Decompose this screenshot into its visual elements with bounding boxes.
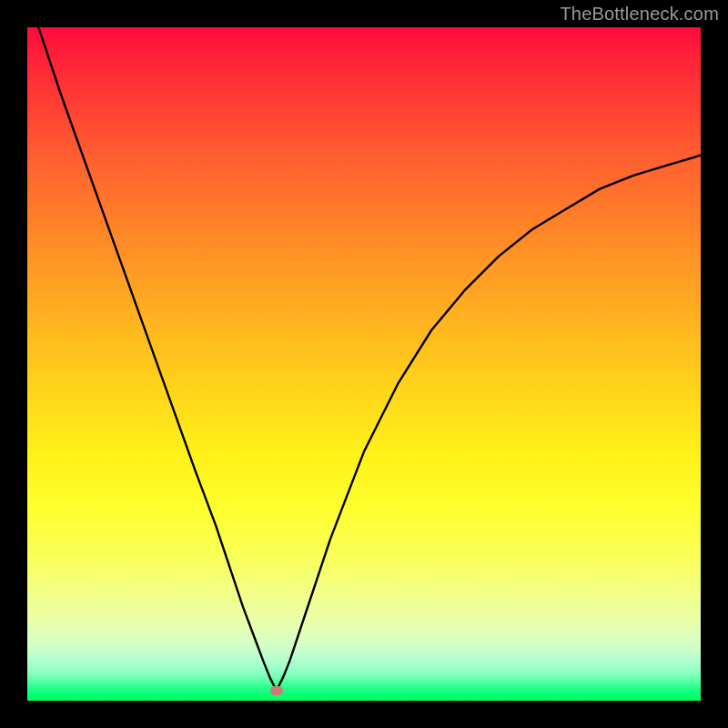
minimum-marker <box>270 686 283 695</box>
chart-frame: TheBottleneck.com <box>0 0 728 728</box>
watermark-text: TheBottleneck.com <box>560 4 719 25</box>
plot-area <box>27 27 701 701</box>
curve-layer <box>27 27 701 701</box>
bottleneck-curve <box>27 27 701 691</box>
